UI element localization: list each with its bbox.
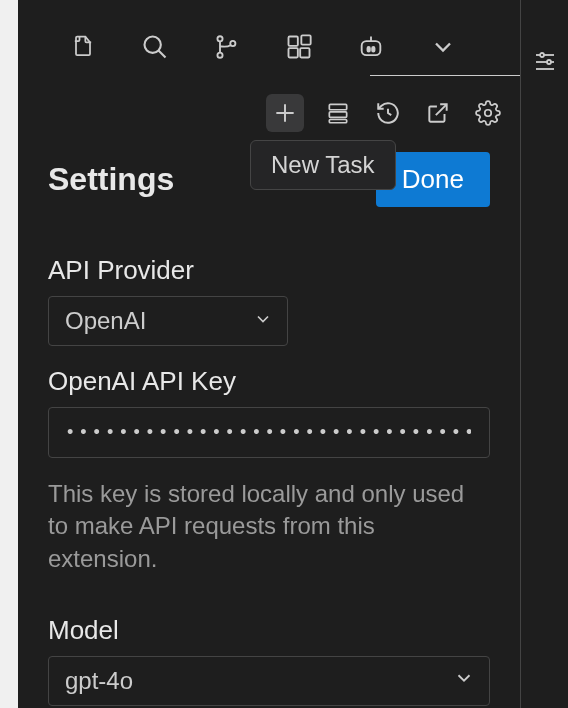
- svg-point-1: [217, 36, 222, 41]
- chevron-down-icon: [453, 667, 475, 695]
- chevron-down-icon: [253, 307, 273, 335]
- new-task-button[interactable]: [266, 94, 304, 132]
- explorer-icon[interactable]: [68, 32, 98, 62]
- api-provider-label: API Provider: [48, 255, 490, 286]
- history-icon[interactable]: [372, 97, 404, 129]
- svg-rect-8: [362, 41, 381, 55]
- panel-toolbar: [18, 80, 520, 132]
- svg-rect-4: [289, 37, 298, 46]
- source-control-icon[interactable]: [212, 32, 242, 62]
- svg-point-0: [145, 37, 161, 53]
- robot-icon[interactable]: [356, 32, 386, 62]
- svg-rect-10: [372, 47, 374, 52]
- svg-point-14: [485, 110, 492, 117]
- gear-icon[interactable]: [472, 97, 504, 129]
- model-label: Model: [48, 615, 490, 646]
- svg-rect-12: [329, 112, 346, 117]
- svg-point-3: [230, 41, 235, 46]
- extensions-icon[interactable]: [284, 32, 314, 62]
- api-key-input[interactable]: [48, 407, 490, 458]
- chevron-down-icon[interactable]: [428, 32, 458, 62]
- svg-point-2: [217, 53, 222, 58]
- svg-rect-6: [300, 48, 309, 57]
- page-title: Settings: [48, 161, 174, 198]
- open-external-icon[interactable]: [422, 97, 454, 129]
- api-key-label: OpenAI API Key: [48, 366, 490, 397]
- svg-rect-9: [368, 47, 370, 52]
- search-icon[interactable]: [140, 32, 170, 62]
- svg-rect-11: [329, 104, 346, 109]
- svg-point-18: [547, 60, 551, 64]
- new-task-tooltip: New Task: [250, 140, 396, 190]
- api-provider-value: OpenAI: [65, 307, 146, 334]
- sliders-icon[interactable]: [533, 48, 557, 76]
- model-select[interactable]: gpt-4o: [48, 656, 490, 706]
- activity-bar: [18, 0, 520, 80]
- api-provider-select[interactable]: OpenAI: [48, 296, 288, 346]
- model-value: gpt-4o: [65, 667, 133, 694]
- api-key-help: This key is stored locally and only used…: [48, 478, 490, 575]
- svg-rect-13: [329, 120, 346, 123]
- svg-point-16: [540, 53, 544, 57]
- svg-rect-5: [289, 48, 298, 57]
- svg-rect-7: [301, 35, 310, 44]
- server-icon[interactable]: [322, 97, 354, 129]
